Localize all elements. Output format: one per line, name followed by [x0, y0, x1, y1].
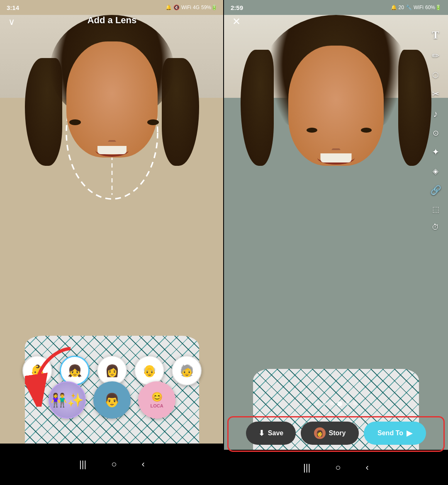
status-bar-right: 2:59 🔔 20 🔧 WiFi 60%🔋 [224, 0, 448, 15]
save-icon: ⬇ [258, 429, 265, 438]
face-skin [66, 41, 158, 158]
lens-gradient[interactable]: 👫✨ [49, 381, 86, 419]
dot-1 [315, 401, 319, 405]
story-label: Story [329, 429, 346, 437]
text-tool-icon[interactable]: T [430, 29, 441, 41]
status-time-left: 3:14 [7, 4, 19, 11]
scissors-tool-icon[interactable]: ✂ [430, 89, 441, 99]
timer-tool-icon[interactable]: ⊙ [430, 129, 441, 138]
lens-title: Add a Lens [88, 15, 137, 26]
send-to-button[interactable]: Send To ▶ [364, 422, 426, 445]
close-button[interactable]: ✕ [232, 16, 241, 27]
sticker-tool-icon[interactable]: ⬡ [430, 70, 441, 80]
dot-6 [353, 401, 357, 405]
save-button[interactable]: ⬇ Save [246, 422, 296, 445]
status-bar-left: 3:14 🔔 🔇 WiFi 4G 59%🔋 [0, 0, 224, 15]
eye-right-r [307, 128, 317, 133]
nose [108, 132, 116, 142]
send-arrow-icon: ▶ [407, 429, 412, 438]
nav-back-left[interactable]: ‹ [142, 459, 145, 470]
eye-right [69, 119, 81, 125]
nav-home-left[interactable]: ○ [111, 459, 117, 470]
lens-row-2: 👫✨ 👨 😊 LOCA [0, 381, 224, 419]
send-label: Send To [377, 429, 403, 437]
panel-divider [223, 0, 224, 485]
right-panel: 2:59 🔔 20 🔧 WiFi 60%🔋 ✕ T ✏ ⬡ ✂ ♪ ⊙ ✦ ◈ … [224, 0, 448, 485]
lens-photo[interactable]: 👨 [93, 381, 131, 419]
bottom-nav-right: ||| ○ ‹ [224, 450, 448, 485]
music-tool-icon[interactable]: ♪ [430, 109, 441, 119]
nav-home-right[interactable]: ○ [335, 462, 341, 473]
eraser-tool-icon[interactable]: ◈ [430, 167, 441, 176]
dot-3 [330, 401, 334, 405]
status-time-right: 2:59 [231, 4, 243, 11]
teeth [97, 146, 127, 154]
teeth-r [321, 153, 352, 162]
nav-menu-left[interactable]: ||| [79, 459, 86, 470]
eye-left-r [361, 128, 372, 133]
eye-left [147, 119, 159, 125]
dot-2 [322, 401, 326, 405]
lens-loca[interactable]: 😊 LOCA [138, 381, 175, 419]
nose-r [331, 138, 341, 150]
story-avatar: 👩 [314, 427, 326, 439]
crop-tool-icon[interactable]: ⬚ [430, 205, 441, 214]
bottom-action-bar: ⬇ Save 👩 Story Send To ▶ [224, 417, 448, 450]
sparkle-tool-icon[interactable]: ✦ [430, 147, 441, 158]
status-icons-left: 🔔 🔇 WiFi 4G 59%🔋 [166, 5, 217, 10]
story-button[interactable]: 👩 Story [301, 422, 359, 445]
link-tool-icon[interactable]: 🔗 [430, 185, 441, 196]
right-toolbar: T ✏ ⬡ ✂ ♪ ⊙ ✦ ◈ 🔗 ⬚ ⏱ [430, 29, 441, 232]
nav-menu-right[interactable]: ||| [303, 462, 310, 473]
chevron-down-icon[interactable]: ∨ [8, 17, 15, 27]
countdown-tool-icon[interactable]: ⏱ [430, 223, 441, 232]
left-panel: 3:14 🔔 🔇 WiFi 4G 59%🔋 ∨ Add a Lens 👶 👧 👩… [0, 0, 224, 485]
status-icons-right: 🔔 20 🔧 WiFi 60%🔋 [391, 5, 441, 10]
save-label: Save [268, 429, 283, 437]
dot-4 [337, 401, 342, 406]
dot-5 [346, 401, 350, 405]
bottom-nav-left: ||| ○ ‹ [0, 444, 224, 485]
nav-back-right[interactable]: ‹ [366, 462, 369, 473]
pencil-tool-icon[interactable]: ✏ [430, 51, 441, 61]
face-skin-r [288, 46, 384, 166]
dots-indicator [315, 401, 357, 406]
